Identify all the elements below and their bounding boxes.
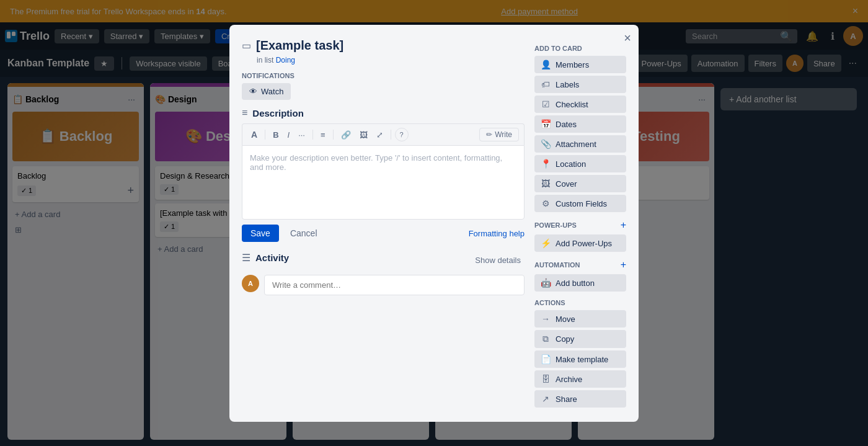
power-ups-section-label: Power-Ups + (534, 220, 626, 231)
activity-title: Activity (255, 252, 289, 263)
modal-title-row: ▭ (242, 37, 525, 53)
modal-close-btn[interactable]: × (624, 31, 631, 45)
watch-btn[interactable]: 👁 Watch (242, 83, 291, 100)
link-btn[interactable]: 🔗 (337, 128, 355, 141)
power-icon: ⚡ (541, 238, 551, 248)
members-btn[interactable]: 👤 Members (534, 56, 626, 73)
add-button-btn[interactable]: 🤖 Add button (534, 274, 626, 292)
notifications-label: Notifications (242, 72, 525, 79)
automation-section-label: Automation + (534, 259, 626, 270)
archive-btn[interactable]: 🗄 Archive (534, 370, 626, 388)
modal-overlay: × ▭ in list Doing Notifications 👁 Watch (0, 0, 868, 446)
cover-btn[interactable]: 🖼 Cover (534, 175, 626, 192)
members-icon: 👤 (541, 60, 551, 69)
card-modal: × ▭ in list Doing Notifications 👁 Watch (229, 25, 639, 422)
editor-actions: Save Cancel Formatting help (242, 225, 525, 242)
location-btn[interactable]: 📍 Location (534, 155, 626, 172)
add-to-card-label: Add to card (534, 45, 626, 52)
attachment-btn[interactable]: 📎 Attachment (534, 135, 626, 153)
template-icon: 📄 (541, 354, 551, 364)
archive-icon: 🗄 (541, 374, 551, 384)
formatting-help-btn[interactable]: Formatting help (469, 229, 525, 238)
custom-fields-btn[interactable]: ⚙ Custom Fields (534, 195, 626, 212)
dates-btn[interactable]: 📅 Dates (534, 115, 626, 133)
automation-add-btn[interactable]: + (621, 259, 626, 270)
list-link[interactable]: Doing (276, 56, 295, 65)
card-icon: ▭ (242, 40, 251, 51)
power-ups-add-btn[interactable]: + (621, 220, 626, 231)
show-details-btn[interactable]: Show details (471, 254, 525, 266)
dates-icon: 📅 (541, 119, 551, 129)
actions-section-label: Actions (534, 299, 626, 306)
save-btn[interactable]: Save (242, 225, 279, 242)
write-mode-btn[interactable]: ✏ Write (479, 128, 519, 141)
lists-btn[interactable]: ≡ (317, 128, 329, 141)
activity-section: ☰ Activity Show details A (242, 252, 525, 295)
share-icon: ↗ (541, 394, 551, 404)
eye-icon: 👁 (249, 87, 257, 96)
attachment-icon: 📎 (541, 139, 551, 149)
comment-avatar: A (242, 275, 259, 292)
italic-btn[interactable]: I (284, 128, 294, 141)
make-template-btn[interactable]: 📄 Make template (534, 350, 626, 368)
modal-title-input[interactable] (256, 37, 525, 53)
description-editor[interactable]: Make your description even better. Type … (242, 145, 525, 220)
copy-btn[interactable]: ⧉ Copy (534, 330, 626, 348)
modal-sidebar: Add to card 👤 Members 🏷 Labels ☑ Checkli… (534, 37, 626, 409)
labels-icon: 🏷 (541, 79, 551, 89)
modal-main: ▭ in list Doing Notifications 👁 Watch ≡ … (242, 37, 525, 409)
labels-btn[interactable]: 🏷 Labels (534, 76, 626, 93)
notifications-section: Notifications 👁 Watch (242, 72, 525, 100)
toolbar-sep-4 (391, 130, 391, 140)
description-title: Description (252, 108, 304, 118)
toolbar-sep-2 (312, 130, 313, 140)
image-btn[interactable]: 🖼 (356, 128, 371, 141)
help-btn[interactable]: ? (395, 128, 409, 141)
copy-icon: ⧉ (541, 334, 551, 344)
share-btn[interactable]: ↗ Share (534, 390, 626, 408)
robot-icon: 🤖 (541, 278, 551, 288)
location-icon: 📍 (541, 159, 551, 169)
description-icon: ≡ (242, 107, 247, 118)
pencil-icon: ✏ (486, 130, 492, 139)
checklist-icon: ☑ (541, 99, 551, 109)
custom-fields-icon: ⚙ (541, 198, 551, 208)
text-style-btn[interactable]: A (247, 128, 261, 141)
toolbar-sep-3 (333, 130, 334, 140)
toolbar-sep-1 (265, 130, 265, 140)
cover-icon: 🖼 (541, 179, 551, 189)
expand-btn[interactable]: ⤢ (373, 128, 387, 141)
add-power-ups-btn[interactable]: ⚡ Add Power-Ups (534, 234, 626, 252)
editor-placeholder: Make your description even better. Type … (250, 153, 502, 172)
activity-header: ☰ Activity Show details (242, 252, 525, 269)
activity-title-row: ☰ Activity (242, 252, 289, 264)
more-format-btn[interactable]: ··· (294, 128, 309, 141)
bold-btn[interactable]: B (269, 128, 282, 141)
activity-comment-row: A (242, 275, 525, 295)
cancel-btn[interactable]: Cancel (284, 225, 324, 242)
activity-icon: ☰ (242, 252, 250, 264)
comment-input[interactable] (264, 275, 525, 295)
move-icon: → (541, 314, 551, 324)
checklist-btn[interactable]: ☑ Checklist (534, 96, 626, 113)
move-btn[interactable]: → Move (534, 310, 626, 328)
description-section-header: ≡ Description (242, 107, 525, 118)
modal-subtitle: in list Doing (257, 56, 525, 65)
editor-toolbar: A B I ··· ≡ 🔗 🖼 ⤢ ? ✏ Write (242, 123, 525, 145)
